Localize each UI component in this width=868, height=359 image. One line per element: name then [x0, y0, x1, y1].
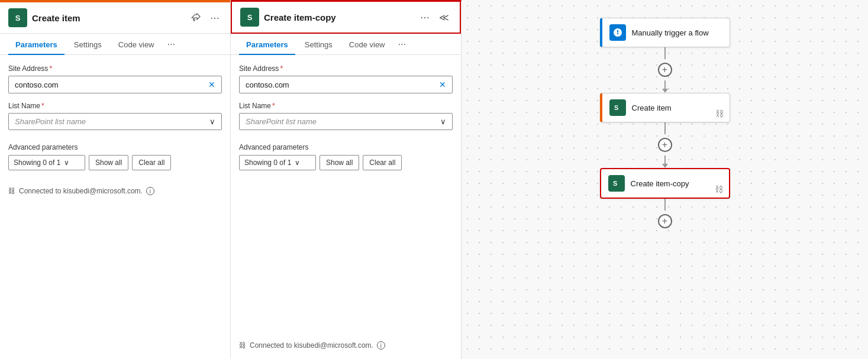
panel2-title: Create item-copy	[264, 12, 413, 22]
panel2-tab-more[interactable]: ···	[395, 34, 409, 54]
plus-button-3[interactable]: +	[658, 214, 672, 228]
panel2-more-button[interactable]: ⋯	[418, 9, 432, 25]
flow-canvas: Manually trigger a flow + S Create item …	[462, 0, 868, 359]
panel1-clear-all-button[interactable]: Clear all	[132, 155, 171, 170]
panel2-advanced-dropdown[interactable]: Showing 0 of 1 ∨	[239, 155, 316, 170]
panel2-site-required: *	[280, 64, 283, 73]
panel2-icon: S	[240, 8, 259, 27]
panel1-tab-codeview[interactable]: Code view	[111, 34, 162, 55]
connector-arrow-1	[662, 89, 668, 93]
panel1-tab-more[interactable]: ···	[164, 34, 179, 54]
panel1-actions: ⋯	[189, 10, 222, 26]
create-item-copy-node-title: Create item-copy	[631, 179, 722, 188]
panel2-site-address-field: Site Address * contoso.com ✕	[239, 64, 453, 93]
flow-node-create-item-copy[interactable]: S Create item-copy ⛓	[600, 168, 730, 199]
panel2-link-icon: ⛓	[239, 341, 246, 350]
panel1-show-all-button[interactable]: Show all	[89, 155, 128, 170]
panel2-header-wrapper: S Create item-copy ⋯ ≪	[231, 2, 461, 34]
flow-connector-3: +	[658, 199, 672, 232]
panel2-site-clear-btn[interactable]: ✕	[439, 80, 446, 89]
create-item-copy-link-icon: ⛓	[715, 185, 723, 194]
panel2-show-all-button[interactable]: Show all	[320, 155, 359, 170]
panel1-advanced-dropdown[interactable]: Showing 0 of 1 ∨	[8, 155, 85, 170]
panel1-site-clear-btn[interactable]: ✕	[208, 80, 215, 89]
panel2-info-icon: i	[377, 341, 385, 350]
connector-line-3	[664, 199, 666, 211]
connector-line-2	[664, 122, 666, 134]
panel2-tab-settings[interactable]: Settings	[298, 34, 340, 55]
panel-create-item-copy: S Create item-copy ⋯ ≪ Parameters Settin…	[231, 0, 462, 359]
svg-text:S: S	[613, 180, 617, 187]
connector-arrow-2	[662, 164, 668, 168]
plus-button-1[interactable]: +	[658, 63, 672, 77]
create-item-link-icon: ⛓	[715, 109, 724, 118]
create-item-node-title: Create item	[632, 104, 722, 112]
panel2-advanced-section: Advanced parameters Showing 0 of 1 ∨ Sho…	[239, 143, 453, 170]
connector-line-1b	[664, 80, 666, 89]
trigger-node-icon	[609, 24, 626, 41]
panel1-site-required: *	[49, 64, 52, 73]
panel2-site-address-label: Site Address *	[239, 64, 453, 73]
panel2-list-name-select[interactable]: SharePoint list name ∨	[239, 113, 453, 130]
panel1-more-button[interactable]: ⋯	[208, 10, 222, 26]
trigger-node-title: Manually trigger a flow	[632, 28, 722, 37]
panel1-list-chevron-icon: ∨	[209, 117, 215, 126]
panel1-site-address-field: Site Address * contoso.com ✕	[8, 64, 222, 93]
panel1-tab-parameters[interactable]: Parameters	[8, 34, 64, 55]
panel2-clear-all-button[interactable]: Clear all	[363, 155, 402, 170]
create-item-node-icon: S	[609, 99, 626, 116]
panel1-list-name-field: List Name * SharePoint list name ∨	[8, 102, 222, 130]
connector-line-2b	[664, 156, 666, 164]
panel1-list-required: *	[41, 102, 44, 110]
panel2-tab-parameters[interactable]: Parameters	[239, 34, 295, 55]
panel1-info-icon: i	[146, 187, 154, 195]
panel1-tabs: Parameters Settings Code view ···	[0, 34, 230, 55]
svg-text:S: S	[614, 104, 618, 111]
create-item-copy-node-icon: S	[608, 175, 625, 192]
flow-node-create-item[interactable]: S Create item ⛓	[600, 93, 730, 122]
panel2-advanced-label: Advanced parameters	[239, 143, 453, 151]
panel2-advanced-controls: Showing 0 of 1 ∨ Show all Clear all	[239, 155, 453, 170]
connector-line-1	[664, 47, 666, 59]
panel1-header: S Create item ⋯	[0, 2, 230, 34]
panel1-title: Create item	[32, 13, 184, 23]
panel2-header: S Create item-copy ⋯ ≪	[232, 2, 460, 34]
panel2-content: Site Address * contoso.com ✕ List Name *…	[231, 55, 461, 359]
panel1-adv-chevron-icon: ∨	[64, 159, 69, 167]
panel1-pin-button[interactable]	[189, 11, 203, 25]
panel1-site-address-input[interactable]: contoso.com ✕	[8, 76, 222, 93]
panel1-list-name-label: List Name *	[8, 102, 222, 110]
panel1-connection-info: ⛓ Connected to kisubedi@microsoft.com. i	[8, 179, 222, 195]
flow-connector-2: +	[658, 122, 672, 168]
flow-connector-1: +	[658, 47, 672, 93]
panel-create-item: S Create item ⋯ Parameters Settings Code…	[0, 0, 231, 359]
panel2-tab-codeview[interactable]: Code view	[342, 34, 392, 55]
panel1-content: Site Address * contoso.com ✕ List Name *…	[0, 55, 230, 205]
panel1-icon: S	[8, 8, 27, 27]
plus-button-2[interactable]: +	[658, 138, 672, 152]
panel2-list-chevron-icon: ∨	[440, 117, 446, 126]
panel2-connection-info: ⛓ Connected to kisubedi@microsoft.com. i	[239, 333, 453, 350]
panel2-collapse-button[interactable]: ≪	[437, 9, 451, 25]
panel2-list-name-field: List Name * SharePoint list name ∨	[239, 102, 453, 130]
panel2-adv-chevron-icon: ∨	[295, 159, 300, 167]
panel1-advanced-label: Advanced parameters	[8, 143, 222, 151]
panel2-actions: ⋯ ≪	[418, 9, 451, 25]
panel2-list-required: *	[272, 102, 275, 110]
panel1-tab-settings[interactable]: Settings	[67, 34, 109, 55]
panel2-list-name-label: List Name *	[239, 102, 453, 110]
panel1-site-address-label: Site Address *	[8, 64, 222, 73]
flow-node-trigger[interactable]: Manually trigger a flow	[600, 18, 730, 47]
panel1-advanced-section: Advanced parameters Showing 0 of 1 ∨ Sho…	[8, 143, 222, 170]
panel1-link-icon: ⛓	[8, 187, 15, 195]
panel1-advanced-controls: Showing 0 of 1 ∨ Show all Clear all	[8, 155, 222, 170]
panel2-tabs: Parameters Settings Code view ···	[231, 34, 461, 55]
panel2-site-address-input[interactable]: contoso.com ✕	[239, 76, 453, 93]
panel1-list-name-select[interactable]: SharePoint list name ∨	[8, 113, 222, 130]
